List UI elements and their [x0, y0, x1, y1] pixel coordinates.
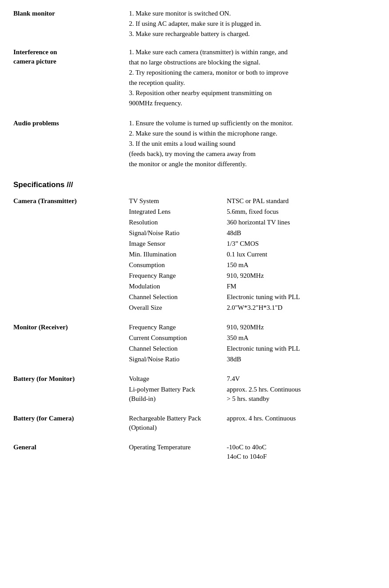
battery-camera-spec-table: Rechargeable Battery Pack (Optional) app…: [129, 414, 376, 434]
blank-monitor-line-3: 3. Make sure rechargeable battery is cha…: [129, 29, 376, 39]
interference-content: 1. Make sure each camera (transmitter) i…: [129, 48, 376, 109]
interference-line-2: that no large obstructions are blocking …: [129, 58, 376, 67]
interference-line-5: 3. Reposition other nearby equipment tra…: [129, 88, 376, 98]
spec-val-image-sensor: 1/3” CMOS: [227, 239, 376, 248]
spec-row-freq-range-mon: Frequency Range 910, 920MHz: [129, 323, 376, 332]
spec-val-rechargeable: approx. 4 hrs. Continuous: [227, 414, 376, 423]
spec-row-modulation: Modulation FM: [129, 282, 376, 291]
spec-val-integrated-lens: 5.6mm, fixed focus: [227, 207, 376, 216]
blank-monitor-label: Blank monitor: [13, 9, 129, 40]
spec-row-overall-size: Overall Size 2.0"W*3.2"H*3.1"D: [129, 303, 376, 312]
spec-row-resolution: Resolution 360 horizontal TV lines: [129, 218, 376, 227]
spec-key-tv-system: TV System: [129, 196, 227, 206]
blank-monitor-content: 1. Make sure monitor is switched ON. 2. …: [129, 9, 376, 40]
interference-line-1: 1. Make sure each camera (transmitter) i…: [129, 48, 376, 57]
audio-line-4: (feeds back), try moving the camera away…: [129, 149, 376, 159]
camera-spec-section: Camera (Transmitter) TV System NTSC or P…: [13, 196, 376, 314]
spec-val-current-consumption: 350 mA: [227, 333, 376, 343]
spec-row-channel-sel-mon: Channel Selection Electronic tuning with…: [129, 344, 376, 353]
battery-monitor-spec-label: Battery (for Monitor): [13, 374, 129, 405]
spec-val-snr-cam: 48dB: [227, 228, 376, 238]
spec-val-channel-sel-mon: Electronic tuning with PLL: [227, 344, 376, 353]
blank-monitor-section: Blank monitor 1. Make sure monitor is sw…: [13, 9, 376, 40]
spec-key-min-illum: Min. Illumination: [129, 250, 227, 259]
blank-monitor-line-1: 1. Make sure monitor is switched ON.: [129, 9, 376, 18]
spec-val-modulation: FM: [227, 282, 376, 291]
spec-val-freq-range-mon: 910, 920MHz: [227, 323, 376, 332]
general-spec-section: General Operating Temperature -10oC to 4…: [13, 443, 376, 463]
interference-line-3: 2. Try repositioning the camera, monitor…: [129, 68, 376, 77]
spec-row-li-polymer: Li-polymer Battery Pack (Build-in) appro…: [129, 385, 376, 404]
spec-val-tv-system: NTSC or PAL standard: [227, 196, 376, 206]
spec-val-resolution: 360 horizontal TV lines: [227, 218, 376, 227]
spec-key-image-sensor: Image Sensor: [129, 239, 227, 248]
battery-camera-spec-section: Battery (for Camera) Rechargeable Batter…: [13, 414, 376, 434]
audio-line-5: the monitor or angle the monitor differe…: [129, 160, 376, 169]
spec-val-operating-temp: -10oC to 40oC 14oC to 104oF: [227, 443, 376, 461]
spec-key-channel-sel-mon: Channel Selection: [129, 344, 227, 353]
spec-key-freq-range-mon: Frequency Range: [129, 323, 227, 332]
monitor-spec-table: Frequency Range 910, 920MHz Current Cons…: [129, 323, 376, 365]
spec-row-freq-range-cam: Frequency Range 910, 920MHz: [129, 271, 376, 280]
spec-row-rechargeable: Rechargeable Battery Pack (Optional) app…: [129, 414, 376, 432]
interference-section: Interference on camera picture 1. Make s…: [13, 48, 376, 109]
battery-camera-spec-label: Battery (for Camera): [13, 414, 129, 434]
spec-val-freq-range-cam: 910, 920MHz: [227, 271, 376, 280]
spec-row-snr-mon: Signal/Noise Ratio 38dB: [129, 355, 376, 364]
spec-row-integrated-lens: Integrated Lens 5.6mm, fixed focus: [129, 207, 376, 216]
spec-row-min-illum: Min. Illumination 0.1 lux Current: [129, 250, 376, 259]
camera-spec-label: Camera (Transmitter): [13, 196, 129, 314]
audio-section: Audio problems 1. Ensure the volume is t…: [13, 119, 376, 170]
spec-val-voltage: 7.4V: [227, 374, 376, 384]
spec-key-rechargeable: Rechargeable Battery Pack (Optional): [129, 414, 227, 432]
spec-val-min-illum: 0.1 lux Current: [227, 250, 376, 259]
spec-row-channel-sel-cam: Channel Selection Electronic tuning with…: [129, 292, 376, 302]
spec-row-image-sensor: Image Sensor 1/3” CMOS: [129, 239, 376, 248]
spec-row-tv-system: TV System NTSC or PAL standard: [129, 196, 376, 206]
spec-val-li-polymer: approx. 2.5 hrs. Continuous > 5 hrs. sta…: [227, 385, 376, 404]
spec-row-voltage: Voltage 7.4V: [129, 374, 376, 384]
spec-key-resolution: Resolution: [129, 218, 227, 227]
battery-monitor-spec-table: Voltage 7.4V Li-polymer Battery Pack (Bu…: [129, 374, 376, 405]
spec-key-overall-size: Overall Size: [129, 303, 227, 312]
spec-key-operating-temp: Operating Temperature: [129, 443, 227, 452]
audio-line-2: 2. Make sure the sound is within the mic…: [129, 129, 376, 138]
spec-row-snr-cam: Signal/Noise Ratio 48dB: [129, 228, 376, 238]
battery-monitor-spec-section: Battery (for Monitor) Voltage 7.4V Li-po…: [13, 374, 376, 405]
spec-val-consumption: 150 mA: [227, 260, 376, 270]
general-spec-table: Operating Temperature -10oC to 40oC 14oC…: [129, 443, 376, 463]
interference-label: Interference on camera picture: [13, 48, 129, 109]
audio-content: 1. Ensure the volume is turned up suffic…: [129, 119, 376, 170]
spec-key-snr-cam: Signal/Noise Ratio: [129, 228, 227, 238]
camera-spec-table: TV System NTSC or PAL standard Integrate…: [129, 196, 376, 314]
spec-val-snr-mon: 38dB: [227, 355, 376, 364]
spec-row-consumption: Consumption 150 mA: [129, 260, 376, 270]
spec-row-current-consumption: Current Consumption 350 mA: [129, 333, 376, 343]
monitor-spec-section: Monitor (Receiver) Frequency Range 910, …: [13, 323, 376, 365]
spec-key-channel-sel-cam: Channel Selection: [129, 292, 227, 302]
monitor-spec-label: Monitor (Receiver): [13, 323, 129, 365]
specs-header: Specifications ///: [13, 180, 376, 190]
spec-key-consumption: Consumption: [129, 260, 227, 270]
spec-key-modulation: Modulation: [129, 282, 227, 291]
blank-monitor-line-2: 2. If using AC adapter, make sure it is …: [129, 19, 376, 28]
spec-row-operating-temp: Operating Temperature -10oC to 40oC 14oC…: [129, 443, 376, 461]
spec-key-voltage: Voltage: [129, 374, 227, 384]
audio-label: Audio problems: [13, 119, 129, 170]
spec-key-li-polymer: Li-polymer Battery Pack (Build-in): [129, 385, 227, 404]
audio-line-3: 3. If the unit emits a loud wailing soun…: [129, 139, 376, 148]
interference-line-6: 900MHz frequency.: [129, 99, 376, 108]
audio-line-1: 1. Ensure the volume is turned up suffic…: [129, 119, 376, 128]
spec-key-snr-mon: Signal/Noise Ratio: [129, 355, 227, 364]
spec-key-current-consumption: Current Consumption: [129, 333, 227, 343]
interference-line-4: the reception quality.: [129, 78, 376, 88]
spec-val-channel-sel-cam: Electronic tuning with PLL: [227, 292, 376, 302]
spec-key-integrated-lens: Integrated Lens: [129, 207, 227, 216]
spec-val-overall-size: 2.0"W*3.2"H*3.1"D: [227, 303, 376, 312]
general-spec-label: General: [13, 443, 129, 463]
spec-key-freq-range-cam: Frequency Range: [129, 271, 227, 280]
